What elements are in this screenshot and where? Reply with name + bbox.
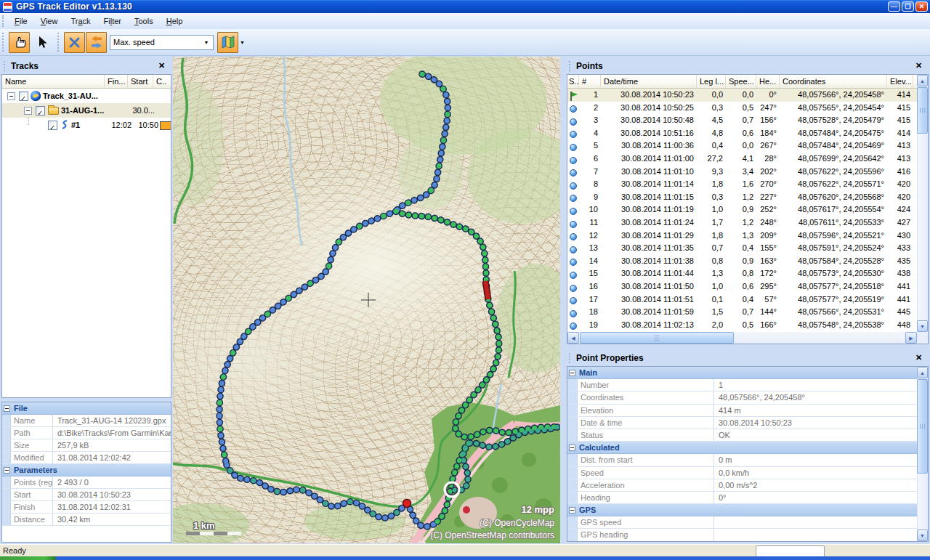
points-row[interactable]: 14 30.08.2014 11:01:38 0,8 0,9 163° 48,0…	[567, 255, 917, 268]
points-row[interactable]: 5 30.08.2014 11:00:36 0,4 0,0 267° 48,05…	[567, 139, 917, 153]
property-row[interactable]: Elevation 414 m	[567, 405, 917, 417]
scroll-right-icon[interactable]: ▶	[905, 332, 917, 344]
tracks-col-start[interactable]: Start	[128, 75, 153, 88]
select-tool-button[interactable]	[31, 32, 52, 53]
toolbar-grip-2[interactable]	[57, 33, 61, 51]
points-panel-grip[interactable]	[569, 61, 573, 71]
parameters-group-header[interactable]: Parameters	[2, 464, 171, 476]
map-button[interactable]	[217, 32, 238, 53]
file-property-row[interactable]: Name Track_31-AUG-14 120239.gpx	[2, 415, 171, 427]
statistics-combo[interactable]: Max. speed ▼	[110, 35, 214, 50]
points-row[interactable]: 19 30.08.2014 11:02:13 2,0 0,5 166° 48,0…	[567, 319, 917, 332]
collapse-icon[interactable]	[7, 92, 15, 100]
file-property-row[interactable]: Path d:\Bike\Tracks\From Garmin\Kar	[2, 427, 171, 439]
props-vscroll-thumb[interactable]	[917, 379, 928, 474]
property-row[interactable]: GPS speed	[567, 516, 917, 529]
points-col-status[interactable]: S..	[567, 75, 579, 88]
props-panel-grip[interactable]	[569, 353, 573, 363]
combo-dropdown-icon[interactable]: ▼	[201, 36, 212, 49]
map-view[interactable]: 1 km 12 mpp (C) OpenCycleMap (C) OpenStr…	[173, 57, 560, 543]
toolbar-grip-1[interactable]	[2, 33, 6, 51]
points-col-leg[interactable]: Leg l...	[697, 75, 726, 88]
scroll-down-icon[interactable]: ▼	[917, 320, 928, 332]
property-row[interactable]: Coordinates 48,057566°, 24,205458°	[567, 391, 917, 404]
pan-tool-button[interactable]	[9, 32, 30, 53]
track-checkbox[interactable]	[19, 92, 28, 101]
points-row[interactable]: 4 30.08.2014 10:51:16 4,8 0,6 184° 48,05…	[567, 127, 917, 140]
track-color-swatch[interactable]	[160, 121, 171, 130]
scroll-left-icon[interactable]: ◀	[567, 332, 579, 344]
swap-direction-button[interactable]	[86, 32, 107, 53]
points-row[interactable]: 8 30.08.2014 11:01:14 1,8 1,6 270° 48,05…	[567, 178, 917, 191]
points-col-speed[interactable]: Spee...	[726, 75, 756, 88]
points-row[interactable]: 3 30.08.2014 10:50:48 4,5 0,7 156° 48,05…	[567, 114, 917, 127]
points-col-datetime[interactable]: Date/time	[601, 75, 697, 88]
track-row-segmentgroup[interactable]: 31-AUG-1... 30.0...	[2, 103, 171, 118]
points-row[interactable]: 7 30.08.2014 11:01:10 9,3 3,4 202° 48,05…	[567, 166, 917, 179]
property-row[interactable]: Acceleration 0,00 m/s^2	[567, 479, 917, 492]
points-row[interactable]: 16 30.08.2014 11:01:50 1,0 0,6 295° 48,0…	[567, 280, 917, 293]
file-property-row[interactable]: Modified 31.08.2014 12:02:42	[2, 452, 171, 464]
menu-view[interactable]: View	[34, 14, 65, 28]
tracks-col-name[interactable]: Name	[2, 75, 105, 88]
collapse-icon[interactable]	[569, 370, 575, 376]
property-row[interactable]: Number 1	[567, 379, 917, 391]
points-row[interactable]: 17 30.08.2014 11:01:51 0,1 0,4 57° 48,05…	[567, 293, 917, 307]
tracks-col-finish[interactable]: Fin...	[105, 75, 128, 88]
menu-track[interactable]: Track	[64, 14, 97, 28]
collapse-icon[interactable]	[4, 467, 10, 474]
main-group-header[interactable]: Main	[567, 367, 917, 379]
track-row-segment[interactable]: #1 12:02 10:50	[2, 118, 171, 132]
parameter-row[interactable]: Points (regu 2 493 / 0	[2, 476, 171, 489]
menu-filter[interactable]: Filter	[97, 14, 128, 28]
tracks-col-color[interactable]: C..	[153, 75, 171, 88]
calculated-group-header[interactable]: Calculated	[567, 442, 917, 454]
property-row[interactable]: Speed 0,0 km/h	[567, 467, 917, 479]
points-row[interactable]: 10 30.08.2014 11:01:19 1,0 0,9 252° 48,0…	[567, 203, 917, 216]
tracks-panel-grip[interactable]	[4, 61, 7, 71]
start-button-sliver[interactable]	[0, 556, 56, 560]
tracks-panel-close-icon[interactable]: ✕	[156, 60, 167, 71]
collapse-icon[interactable]	[569, 507, 575, 514]
points-row[interactable]: 15 30.08.2014 11:01:44 1,3 0,8 172° 48,0…	[567, 267, 917, 280]
track-checkbox[interactable]	[36, 106, 45, 115]
scroll-up-icon[interactable]: ▲	[917, 75, 928, 86]
points-vscroll-thumb[interactable]	[917, 87, 928, 134]
minimize-button[interactable]: —	[888, 1, 900, 12]
menu-tools[interactable]: Tools	[128, 14, 160, 28]
scroll-down-icon[interactable]: ▼	[917, 529, 928, 541]
props-panel-close-icon[interactable]: ✕	[913, 352, 924, 363]
points-row[interactable]: 9 30.08.2014 11:01:15 0,3 1,2 227° 48,05…	[567, 191, 917, 204]
points-row[interactable]: 12 30.08.2014 11:01:29 1,8 1,3 209° 48,0…	[567, 230, 917, 243]
property-row[interactable]: GPS heading	[567, 529, 917, 541]
menu-file[interactable]: File	[8, 14, 34, 28]
file-property-row[interactable]: Size 257,9 kB	[2, 439, 171, 452]
points-panel-close-icon[interactable]: ✕	[913, 60, 924, 71]
file-group-header[interactable]: File	[2, 402, 171, 415]
menu-help[interactable]: Help	[160, 14, 190, 28]
close-button[interactable]: ✕	[915, 1, 928, 12]
points-row[interactable]: 18 30.08.2014 11:01:59 1,5 0,7 144° 48,0…	[567, 306, 917, 319]
property-row[interactable]: Dist. from start 0 m	[567, 454, 917, 466]
collapse-icon[interactable]	[569, 445, 575, 451]
parameter-row[interactable]: Distance 30,42 km	[2, 514, 171, 526]
parameter-row[interactable]: Finish 31.08.2014 12:02:31	[2, 501, 171, 514]
map-dropdown-icon[interactable]: ▼	[238, 32, 246, 53]
points-row[interactable]: 2 30.08.2014 10:50:25 0,3 0,5 247° 48,05…	[567, 102, 917, 115]
points-col-elevation[interactable]: Elev...	[887, 75, 913, 88]
points-col-coordinates[interactable]: Coordinates	[780, 75, 887, 88]
points-row[interactable]: 13 30.08.2014 11:01:35 0,7 0,4 155° 48,0…	[567, 242, 917, 255]
track-checkbox[interactable]	[48, 121, 57, 130]
collapse-icon[interactable]	[24, 107, 32, 115]
points-row[interactable]: 6 30.08.2014 11:01:00 27,2 4,1 28° 48,05…	[567, 153, 917, 166]
points-col-heading[interactable]: He...	[756, 75, 780, 88]
property-row[interactable]: Heading 0°	[567, 492, 917, 504]
remove-points-button[interactable]	[64, 32, 85, 53]
gps-group-header[interactable]: GPS	[567, 504, 917, 516]
property-row[interactable]: Date & time 30.08.2014 10:50:23	[567, 417, 917, 429]
points-row[interactable]: 1 30.08.2014 10:50:23 0,0 0,0 0° 48,0575…	[567, 89, 917, 102]
points-col-number[interactable]: #	[579, 75, 601, 88]
points-hscroll-thumb[interactable]	[580, 332, 734, 344]
points-row[interactable]: 11 30.08.2014 11:01:24 1,7 1,2 248° 48,0…	[567, 216, 917, 230]
restore-button[interactable]: ❐	[902, 1, 914, 12]
